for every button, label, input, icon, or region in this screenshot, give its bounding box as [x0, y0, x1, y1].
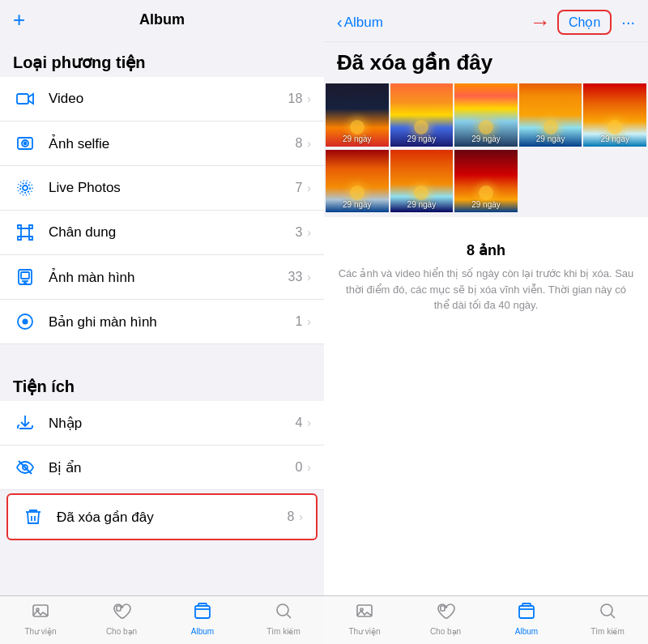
- tab-album-right[interactable]: Album: [486, 596, 567, 641]
- live-count: 7: [295, 181, 302, 195]
- left-tab-bar: Thư viện Cho bạn Album: [0, 595, 324, 644]
- svg-line-24: [288, 615, 292, 619]
- photo-cell-4[interactable]: 29 ngày: [519, 83, 582, 147]
- foryou-tab-icon-right: [436, 601, 455, 625]
- info-count: 8 ảnh: [337, 241, 635, 259]
- live-photos-icon: [13, 176, 37, 200]
- svg-point-13: [23, 319, 28, 325]
- photo-cell-3[interactable]: 29 ngày: [454, 83, 518, 147]
- screenshot-icon: [13, 265, 37, 289]
- album-tab-icon: [193, 601, 212, 625]
- photo-cell-8[interactable]: 29 ngày: [454, 150, 518, 213]
- search-tab-icon-right: [598, 601, 617, 625]
- right-header: ‹ Album → Chọn ···: [324, 0, 648, 42]
- chon-button[interactable]: Chọn: [557, 10, 612, 35]
- back-label: Album: [344, 15, 383, 31]
- svg-line-31: [612, 615, 616, 619]
- screenrecord-count: 1: [295, 314, 302, 329]
- list-item-video[interactable]: Video 18 ›: [0, 77, 324, 122]
- portrait-icon: [13, 220, 37, 245]
- portrait-chevron: ›: [307, 226, 311, 239]
- list-item-screenrecord[interactable]: Bản ghi màn hình 1 ›: [0, 300, 324, 344]
- svg-rect-0: [17, 94, 28, 104]
- photo-grid: 29 ngày 29 ngày 29 ngày 29 ngày 29 ngày: [324, 82, 648, 148]
- utilities-section-header: Tiện ích: [0, 360, 324, 401]
- video-icon: [13, 87, 37, 111]
- photo-cell-1[interactable]: 29 ngày: [326, 83, 389, 147]
- left-panel: + Album Loại phương tiện Video 18 ›: [0, 0, 324, 644]
- hidden-chevron: ›: [307, 461, 311, 474]
- screenshot-label: Ảnh màn hình: [49, 269, 288, 286]
- photo-day-5: 29 ngày: [583, 134, 646, 143]
- right-panel: ‹ Album → Chọn ··· Đã xóa gần đây 29 ngà…: [324, 0, 648, 644]
- library-tab-label: Thư viện: [24, 627, 56, 636]
- svg-rect-27: [441, 606, 445, 611]
- photo-day-2: 29 ngày: [390, 134, 454, 143]
- photo-day-4: 29 ngày: [519, 134, 582, 143]
- list-item-live[interactable]: Live Photos 7 ›: [0, 166, 324, 211]
- photo-day-3: 29 ngày: [454, 134, 518, 143]
- hidden-label: Bị ẩn: [49, 459, 295, 476]
- photo-cell-6[interactable]: 29 ngày: [326, 150, 389, 213]
- screenshot-count: 33: [288, 270, 303, 284]
- live-label: Live Photos: [49, 180, 295, 196]
- list-item-hidden[interactable]: Bị ẩn 0 ›: [0, 446, 324, 490]
- tab-foryou-right[interactable]: Cho bạn: [405, 596, 486, 641]
- hidden-count: 0: [295, 460, 302, 475]
- video-count: 18: [288, 92, 303, 106]
- import-label: Nhập: [49, 415, 295, 432]
- album-tab-label-right: Album: [515, 627, 538, 636]
- library-tab-icon: [31, 601, 50, 625]
- album-tab-label: Album: [191, 627, 214, 636]
- portrait-count: 3: [295, 225, 302, 240]
- tab-album-left[interactable]: Album: [162, 596, 243, 641]
- selfie-chevron: ›: [307, 137, 311, 150]
- import-count: 4: [295, 416, 302, 430]
- album-tab-icon-right: [517, 601, 536, 625]
- screenrecord-label: Bản ghi màn hình: [49, 313, 295, 331]
- photo-day-1: 29 ngày: [326, 134, 389, 143]
- right-scroll-area: 8 ảnh Các ảnh và video hiển thị số ngày …: [324, 217, 648, 595]
- tab-foryou-left[interactable]: Cho bạn: [81, 596, 162, 641]
- list-item-portrait[interactable]: Chân dung 3 ›: [0, 211, 324, 255]
- library-tab-label-right: Thư viện: [348, 627, 380, 636]
- page-title: Đã xóa gần đây: [324, 42, 648, 82]
- photo-cell-7[interactable]: 29 ngày: [390, 150, 454, 213]
- info-desc: Các ảnh và video hiển thị số ngày còn lạ…: [337, 266, 635, 313]
- screenrecord-icon: [13, 309, 37, 334]
- tab-search-right[interactable]: Tìm kiếm: [567, 596, 648, 641]
- tab-search-left[interactable]: Tìm kiếm: [243, 596, 324, 641]
- list-item-selfie[interactable]: Ảnh selfie 8 ›: [0, 122, 324, 166]
- import-icon: [13, 411, 37, 435]
- foryou-tab-icon: [112, 601, 131, 625]
- deleted-count: 8: [287, 510, 294, 524]
- live-chevron: ›: [307, 181, 311, 194]
- svg-rect-28: [519, 606, 534, 618]
- search-tab-label-right: Tìm kiếm: [590, 627, 625, 636]
- photo-cell-2[interactable]: 29 ngày: [390, 83, 454, 147]
- deleted-chevron: ›: [299, 510, 303, 523]
- selfie-count: 8: [295, 136, 302, 151]
- foryou-tab-label: Cho bạn: [106, 627, 137, 636]
- left-scroll-area: Loại phương tiện Video 18 › Ản: [0, 36, 324, 595]
- more-button[interactable]: ···: [621, 13, 635, 32]
- list-item-screenshot[interactable]: Ảnh màn hình 33 ›: [0, 255, 324, 300]
- video-label: Video: [49, 91, 288, 107]
- photo-cell-5[interactable]: 29 ngày: [583, 83, 646, 147]
- back-button[interactable]: ‹ Album: [337, 13, 383, 32]
- photo-day-8: 29 ngày: [454, 200, 518, 209]
- tab-library-right[interactable]: Thư viện: [324, 596, 405, 641]
- video-chevron: ›: [307, 92, 311, 105]
- deleted-label: Đã xóa gần đây: [57, 509, 287, 526]
- list-item-deleted[interactable]: Đã xóa gần đây 8 ›: [6, 493, 318, 540]
- list-item-import[interactable]: Nhập 4 ›: [0, 401, 324, 446]
- screenshot-chevron: ›: [307, 271, 311, 284]
- search-tab-label-left: Tìm kiếm: [266, 627, 301, 636]
- tab-library-left[interactable]: Thư viện: [0, 596, 81, 641]
- foryou-tab-label-right: Cho bạn: [430, 627, 461, 636]
- search-tab-icon-left: [274, 601, 293, 625]
- left-panel-title: Album: [139, 11, 185, 28]
- photo-grid-row2: 29 ngày 29 ngày 29 ngày: [324, 148, 648, 215]
- svg-rect-9: [21, 272, 29, 279]
- add-album-button[interactable]: +: [13, 7, 25, 32]
